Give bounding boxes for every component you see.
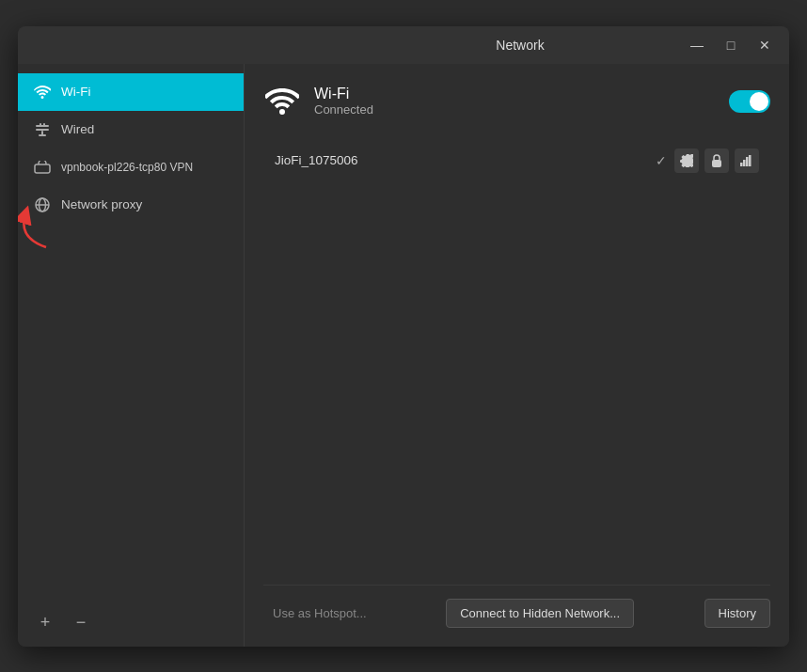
minimize-button[interactable]: — <box>684 32 710 58</box>
svg-rect-15 <box>749 155 752 166</box>
sidebar-item-wired[interactable]: Wired <box>18 111 244 148</box>
wifi-toggle-container <box>729 90 770 113</box>
sidebar-label-wired: Wired <box>61 122 94 136</box>
add-button[interactable]: + <box>33 611 57 635</box>
sidebar: Wi-Fi Wired <box>18 64 244 647</box>
network-name: JioFi_1075006 <box>275 153 656 167</box>
content-area: Wi-Fi Wired <box>18 64 789 647</box>
main-footer: Use as Hotspot... Connect to Hidden Netw… <box>263 585 770 628</box>
sidebar-label-vpn: vpnbook-pl226-tcp80 VPN <box>61 161 193 174</box>
history-button[interactable]: History <box>704 599 770 628</box>
main-panel: Wi-Fi Connected JioFi_1075006 ✓ <box>244 64 789 647</box>
wifi-toggle[interactable] <box>729 90 770 113</box>
wifi-status: Connected <box>314 102 716 117</box>
connected-check-icon: ✓ <box>656 153 667 168</box>
svg-rect-13 <box>743 160 746 166</box>
wifi-title: Wi-Fi <box>314 86 716 102</box>
titlebar: Network — □ ✕ <box>18 26 789 64</box>
sidebar-item-proxy[interactable]: Network proxy <box>18 186 244 224</box>
sidebar-label-proxy: Network proxy <box>61 197 142 211</box>
svg-rect-5 <box>39 134 46 136</box>
network-list: JioFi_1075006 ✓ <box>263 139 770 575</box>
network-lock-button[interactable] <box>704 148 729 173</box>
svg-rect-11 <box>712 160 721 167</box>
network-action-icons <box>674 148 759 173</box>
network-settings-button[interactable] <box>674 148 699 173</box>
connect-hidden-button[interactable]: Connect to Hidden Network... <box>446 599 634 628</box>
proxy-icon <box>33 195 52 214</box>
sidebar-item-vpn[interactable]: vpnbook-pl226-tcp80 VPN <box>18 148 244 186</box>
svg-rect-1 <box>36 129 49 131</box>
svg-rect-14 <box>746 157 749 166</box>
table-row[interactable]: JioFi_1075006 ✓ <box>263 139 770 182</box>
toggle-thumb <box>750 92 768 111</box>
svg-rect-2 <box>40 123 41 127</box>
svg-rect-3 <box>43 123 45 127</box>
remove-button[interactable]: − <box>69 611 93 635</box>
svg-rect-12 <box>740 163 743 166</box>
wired-icon <box>33 120 52 139</box>
sidebar-footer: + − <box>18 600 244 647</box>
wifi-icon <box>33 83 52 102</box>
network-window: Network — □ ✕ Wi-Fi <box>18 26 789 647</box>
window-controls: — □ ✕ <box>684 32 778 58</box>
sidebar-label-wifi: Wi-Fi <box>61 85 90 99</box>
wifi-large-icon <box>263 83 301 120</box>
svg-rect-6 <box>35 164 50 173</box>
vpn-icon <box>33 158 52 177</box>
wifi-title-area: Wi-Fi Connected <box>314 86 716 117</box>
network-signal-button[interactable] <box>735 148 759 173</box>
maximize-button[interactable]: □ <box>718 32 744 58</box>
sidebar-item-wifi[interactable]: Wi-Fi <box>18 73 244 111</box>
svg-rect-0 <box>36 125 49 127</box>
wifi-header: Wi-Fi Connected <box>263 83 770 120</box>
hotspot-button[interactable]: Use as Hotspot... <box>263 600 376 627</box>
window-title: Network <box>356 38 684 53</box>
close-button[interactable]: ✕ <box>752 32 778 58</box>
